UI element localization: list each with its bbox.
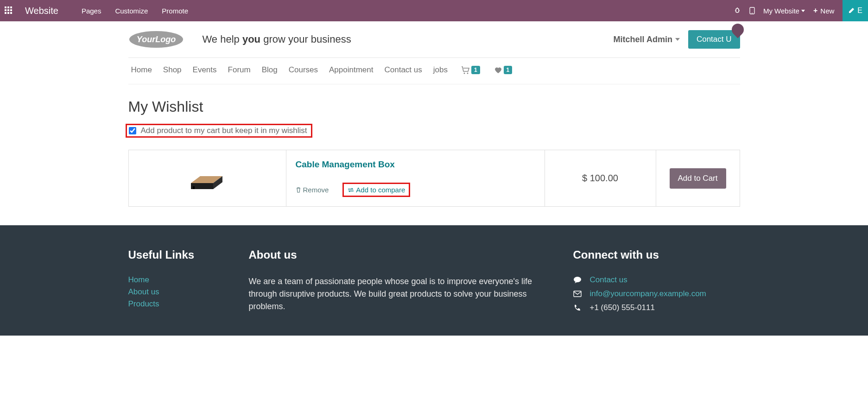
footer-email-row: info@yourcompany.example.com: [573, 289, 740, 298]
product-info-cell: Cable Management Box Remove Add to compa…: [286, 150, 545, 206]
svg-rect-9: [193, 186, 195, 189]
product-cart-cell: Add to Cart: [656, 150, 740, 206]
tagline-suffix: grow your business: [260, 33, 351, 45]
caret-down-icon: [675, 38, 680, 41]
wishlist-table: Cable Management Box Remove Add to compa…: [128, 150, 740, 207]
header: YourLogo We help you grow your business …: [128, 21, 740, 58]
topbar-menu: Pages Customize Promote: [82, 7, 188, 15]
nav-shop[interactable]: Shop: [163, 65, 182, 75]
keep-in-wishlist-label: Add product to my cart but keep it in my…: [141, 126, 307, 135]
menu-promote[interactable]: Promote: [162, 7, 188, 15]
svg-point-10: [574, 277, 581, 282]
pencil-icon: [848, 7, 855, 14]
cart-link[interactable]: 1: [461, 66, 480, 74]
page-title: My Wishlist: [128, 98, 740, 115]
plus-icon: +: [813, 6, 817, 15]
logo[interactable]: YourLogo: [128, 30, 184, 49]
footer-link-home[interactable]: Home: [128, 275, 221, 285]
caret-down-icon: [801, 10, 805, 12]
topbar: Website Pages Customize Promote My Websi…: [0, 0, 868, 21]
main-content: My Wishlist Add product to my cart but k…: [110, 84, 759, 225]
app-title[interactable]: Website: [25, 6, 58, 16]
nav-courses[interactable]: Courses: [289, 65, 318, 75]
footer-about-text: We are a team of passionate people whose…: [249, 275, 536, 313]
nav-home[interactable]: Home: [131, 65, 152, 75]
compare-icon: [348, 187, 354, 193]
phone-icon: [573, 304, 583, 311]
nav-blog[interactable]: Blog: [262, 65, 278, 75]
nav-appointment[interactable]: Appointment: [329, 65, 373, 75]
product-image[interactable]: [186, 162, 228, 195]
topbar-right: My Website + New E: [734, 0, 863, 21]
website-selector-label: My Website: [763, 7, 799, 15]
droplet-icon: [729, 21, 746, 38]
svg-point-5: [467, 73, 468, 74]
tagline: We help you grow your business: [203, 33, 351, 45]
footer-about: About us We are a team of passionate peo…: [249, 248, 536, 317]
svg-rect-11: [574, 291, 581, 297]
nav-contact-us[interactable]: Contact us: [384, 65, 422, 75]
header-right: Mitchell Admin Contact U: [614, 30, 740, 49]
nav-right: 1 1: [461, 66, 512, 74]
footer-phone-row: +1 (650) 555-0111: [573, 303, 740, 312]
wishlist-badge: 1: [504, 66, 513, 74]
footer: Useful Links Home About us Products Abou…: [0, 225, 868, 336]
footer-about-title: About us: [249, 248, 536, 261]
footer-useful-links: Useful Links Home About us Products: [128, 248, 221, 317]
footer-link-products[interactable]: Products: [128, 299, 221, 309]
user-name: Mitchell Admin: [614, 35, 672, 44]
contact-us-button[interactable]: Contact U: [688, 30, 740, 49]
trash-icon: [296, 187, 301, 193]
cart-icon: [461, 66, 470, 74]
tagline-prefix: We help: [203, 33, 242, 45]
footer-phone: +1 (650) 555-0111: [590, 303, 655, 312]
svg-text:YourLogo: YourLogo: [136, 35, 175, 44]
edit-button-label: E: [857, 6, 862, 15]
footer-contact-row: Contact us: [573, 275, 740, 285]
nav-forum[interactable]: Forum: [228, 65, 251, 75]
edit-button[interactable]: E: [843, 0, 868, 21]
add-to-compare-button[interactable]: Add to compare: [342, 183, 410, 197]
product-price-cell: $ 100.00: [545, 150, 656, 206]
product-name-link[interactable]: Cable Management Box: [296, 159, 535, 170]
svg-point-4: [463, 73, 465, 74]
remove-label: Remove: [303, 186, 329, 194]
footer-link-about[interactable]: About us: [128, 287, 221, 297]
menu-pages[interactable]: Pages: [82, 7, 101, 15]
new-button-label: New: [820, 7, 834, 15]
footer-connect: Connect with us Contact us info@yourcomp…: [573, 248, 740, 317]
product-price: $ 100.00: [582, 173, 618, 184]
cart-badge: 1: [471, 66, 480, 74]
keep-in-wishlist-row: Add product to my cart but keep it in my…: [126, 124, 312, 138]
keep-in-wishlist-checkbox[interactable]: [129, 127, 136, 134]
remove-button[interactable]: Remove: [296, 186, 329, 194]
menu-customize[interactable]: Customize: [115, 7, 148, 15]
new-button[interactable]: + New: [813, 6, 834, 15]
speech-icon: [573, 276, 583, 284]
svg-point-1: [752, 13, 753, 13]
footer-connect-title: Connect with us: [573, 248, 740, 261]
tagline-bold: you: [242, 33, 260, 45]
envelope-icon: [573, 291, 583, 297]
contact-us-label: Contact U: [697, 35, 732, 44]
topbar-left: Website Pages Customize Promote: [5, 6, 188, 16]
product-image-cell: [129, 150, 286, 206]
bug-icon[interactable]: [734, 7, 741, 14]
mobile-icon[interactable]: [749, 7, 755, 14]
website-selector[interactable]: My Website: [763, 7, 805, 15]
footer-useful-title: Useful Links: [128, 248, 221, 261]
footer-email-link[interactable]: info@yourcompany.example.com: [590, 289, 706, 298]
compare-label: Add to compare: [356, 186, 405, 194]
user-menu[interactable]: Mitchell Admin: [614, 35, 680, 44]
heart-icon: [494, 66, 502, 74]
apps-grid-icon[interactable]: [5, 6, 13, 15]
nav-jobs[interactable]: jobs: [433, 65, 448, 75]
add-to-cart-button[interactable]: Add to Cart: [670, 168, 726, 189]
footer-contact-link[interactable]: Contact us: [590, 275, 627, 285]
main-nav: Home Shop Events Forum Blog Courses Appo…: [128, 58, 740, 84]
wishlist-link[interactable]: 1: [494, 66, 513, 74]
nav-events[interactable]: Events: [193, 65, 217, 75]
product-actions: Remove Add to compare: [296, 183, 535, 197]
